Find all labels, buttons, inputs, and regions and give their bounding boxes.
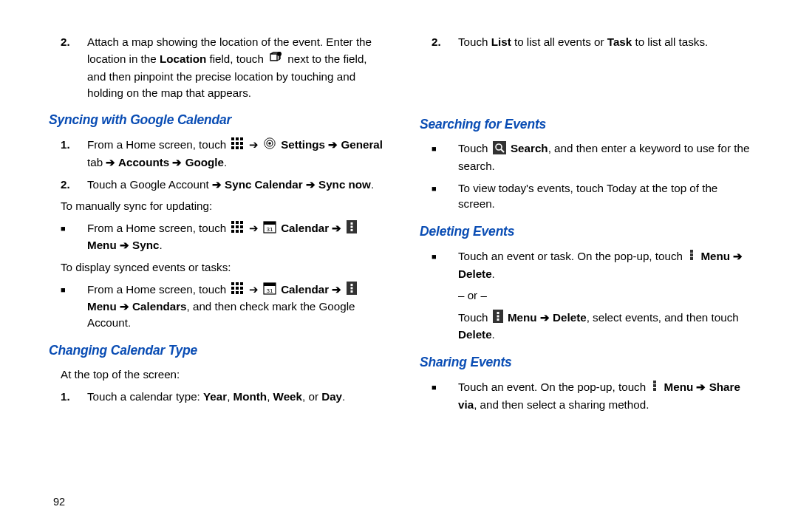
change-step-1: 1. Touch a calendar type: Year, Month, W… (41, 389, 386, 405)
text: , or (302, 390, 321, 403)
bold: Year (203, 390, 227, 403)
search-icon (493, 141, 506, 159)
svg-rect-16 (231, 225, 234, 228)
svg-rect-21 (240, 230, 243, 233)
svg-rect-31 (240, 282, 243, 285)
svg-rect-55 (653, 381, 656, 383)
svg-rect-52 (497, 312, 499, 314)
bold: Menu ➔ Calendars (87, 300, 187, 313)
sync-display-intro: To display synced events or tasks: (41, 259, 386, 276)
svg-rect-49 (690, 253, 693, 256)
text: Touch a calendar type: (87, 390, 203, 403)
menu-dots-icon (347, 282, 357, 299)
change-step-2: 2. Touch List to list all events or Task… (412, 34, 757, 50)
text: to list all events or (511, 35, 607, 48)
bold: Month (233, 390, 267, 403)
list-number: 1. (61, 137, 70, 153)
arrow: ➔ (245, 138, 261, 151)
text: . (371, 178, 374, 191)
svg-rect-43 (350, 287, 352, 289)
svg-rect-7 (231, 146, 234, 149)
svg-rect-32 (231, 287, 234, 290)
svg-rect-19 (231, 230, 234, 233)
svg-rect-26 (350, 222, 352, 225)
bullet-icon: ■ (432, 180, 437, 197)
text: Touch an event. On the pop-up, touch (458, 381, 649, 393)
svg-rect-37 (240, 291, 243, 294)
delete-alt: Touch Menu ➔ Delete, select events, and … (412, 310, 757, 343)
svg-rect-57 (653, 388, 656, 391)
bullet-icon: ■ (432, 248, 437, 265)
menu-dots-icon (347, 220, 357, 238)
text: To view today's events, touch Today at t… (458, 182, 717, 211)
svg-rect-44 (350, 290, 352, 293)
text: . (224, 156, 227, 168)
bullet-icon: ■ (432, 140, 437, 157)
bold: Calendar ➔ (278, 283, 345, 296)
svg-rect-56 (653, 384, 656, 387)
bold: Search (508, 142, 548, 154)
bold: Delete (458, 328, 492, 341)
text: From a Home screen, touch (87, 222, 229, 234)
svg-rect-15 (240, 221, 243, 224)
text: . (492, 328, 495, 341)
list-number: 1. (61, 389, 70, 405)
svg-rect-20 (236, 230, 239, 233)
bold: Menu ➔ Delete (505, 311, 587, 324)
svg-text:31: 31 (266, 226, 273, 233)
svg-rect-23 (264, 222, 276, 225)
menu-dots-icon (687, 248, 696, 266)
apps-grid-icon (231, 282, 244, 299)
text: Touch (458, 142, 491, 154)
svg-rect-8 (236, 146, 239, 149)
bold: List (491, 35, 511, 48)
list-number: 2. (61, 177, 70, 193)
text: Touch an event or task. On the pop-up, t… (458, 250, 686, 262)
calendar-31-icon: 31 (263, 282, 276, 299)
svg-rect-54 (497, 318, 499, 321)
heading-deleting: Deleting Events (412, 222, 757, 241)
text: to list all tasks. (632, 35, 708, 48)
spacer (412, 56, 757, 115)
svg-rect-48 (690, 250, 693, 253)
svg-text:31: 31 (266, 287, 273, 294)
bullet-icon: ■ (61, 220, 66, 236)
bold: Week (273, 390, 302, 403)
calendar-31-icon: 31 (263, 220, 276, 238)
text: From a Home screen, touch (87, 138, 229, 151)
text: . (342, 390, 345, 403)
text: , (227, 390, 233, 403)
text: , select events, and then touch (587, 311, 739, 324)
sync-bullet-calendars: ■ From a Home screen, touch ➔ 31 Calenda… (41, 282, 386, 331)
svg-rect-45 (493, 141, 506, 154)
page-number: 92 (53, 494, 65, 510)
text: Touch (458, 35, 491, 48)
text: field, touch (206, 52, 267, 64)
svg-rect-14 (236, 221, 239, 224)
sync-bullet-sync: ■ From a Home screen, touch ➔ 31 Calenda… (41, 220, 386, 253)
text: . (492, 267, 495, 280)
text: Touch (458, 311, 491, 324)
text: tab (87, 156, 103, 168)
svg-rect-6 (240, 142, 243, 145)
text: Touch a Google Account (87, 178, 209, 191)
svg-rect-29 (231, 282, 234, 285)
bold: ➔ Sync Calendar ➔ Sync now (209, 178, 371, 191)
menu-dots-icon (650, 379, 659, 397)
svg-point-0 (277, 52, 282, 56)
svg-rect-42 (350, 284, 352, 286)
map-pin-icon (268, 50, 283, 69)
step-2-attach-map: 2. Attach a map showing the location of … (41, 34, 386, 100)
svg-rect-35 (231, 291, 234, 294)
svg-point-12 (268, 143, 271, 146)
bold: Settings ➔ General (278, 138, 383, 151)
svg-rect-17 (236, 225, 239, 228)
text: , (267, 390, 273, 403)
svg-rect-53 (497, 315, 499, 317)
svg-rect-5 (236, 142, 239, 145)
search-bullet-2: ■ To view today's events, touch Today at… (412, 180, 757, 212)
bullet-icon: ■ (432, 379, 437, 395)
list-number: 2. (432, 34, 441, 50)
arrow: ➔ (245, 222, 261, 234)
share-bullet-1: ■ Touch an event. On the pop-up, touch M… (412, 379, 757, 412)
